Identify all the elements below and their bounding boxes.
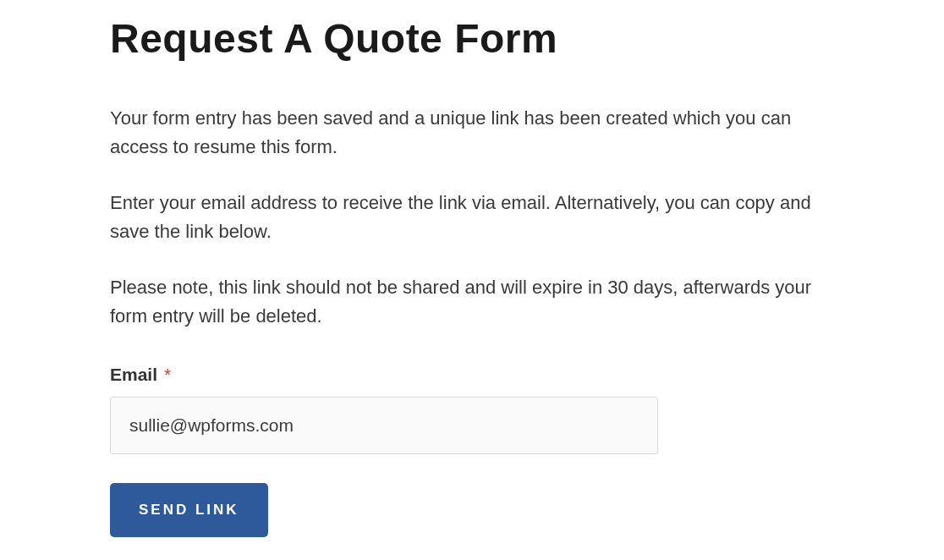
expiry-warning-message: Please note, this link should not be sha… (110, 273, 834, 331)
form-container: Request A Quote Form Your form entry has… (0, 0, 944, 537)
required-indicator: * (164, 365, 171, 384)
send-link-button[interactable]: SEND LINK (110, 483, 268, 537)
email-field[interactable] (110, 397, 658, 454)
email-instruction-message: Enter your email address to receive the … (110, 189, 834, 246)
email-label: Email * (110, 365, 834, 385)
saved-entry-message: Your form entry has been saved and a uni… (110, 104, 834, 162)
page-title: Request A Quote Form (110, 17, 834, 62)
email-label-text: Email (110, 365, 157, 384)
